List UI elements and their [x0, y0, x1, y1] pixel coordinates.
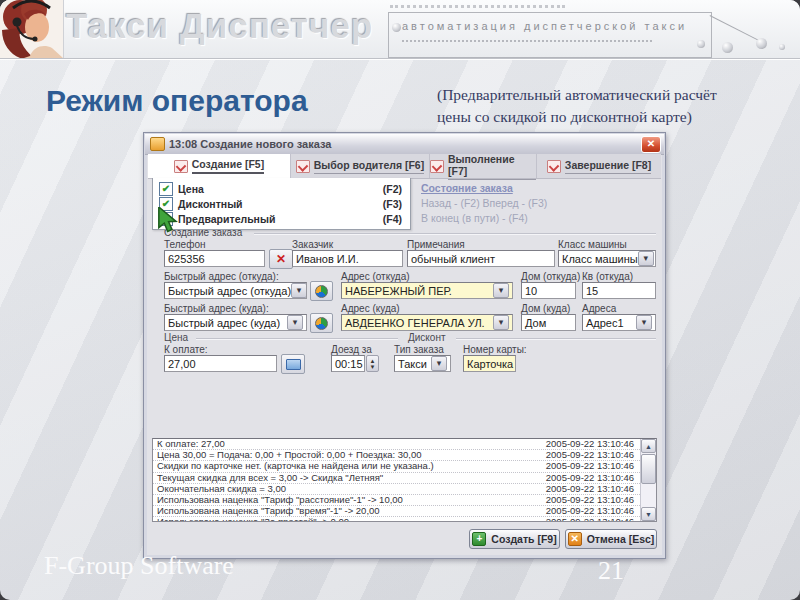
scrollbar-thumb[interactable] [641, 454, 656, 484]
create-button[interactable]: + Создать [F9] [469, 529, 560, 549]
subtitle-line1: (Предварительный автоматический расчёт [437, 86, 717, 103]
dialog-titlebar[interactable]: 13:08 Создание нового заказа ✕ [145, 134, 664, 155]
cancel-button[interactable]: ✕ Отмена [Esc] [565, 529, 657, 549]
group-separator [456, 338, 656, 339]
arrival-input[interactable]: 00:15 [331, 355, 365, 372]
house-from-value: 10 [525, 285, 537, 297]
log-time: 2005-09-22 13:10:46 [546, 461, 652, 471]
chevron-down-icon[interactable] [638, 251, 654, 266]
order-state-block: Состояние заказа Назад - (F2) Вперед - (… [421, 182, 651, 224]
quick-to-label: Быстрый адрес (куда): [164, 303, 269, 314]
apt-from-input[interactable]: 15 [582, 282, 656, 299]
addr-to-select[interactable]: АВДЕЕНКО ГЕНЕРАЛА УЛ. [341, 314, 513, 331]
order-type-value: Такси [398, 358, 427, 370]
log-time: 2005-09-22 13:10:46 [546, 473, 652, 483]
chevron-down-icon[interactable] [291, 283, 307, 298]
bead-decoration [697, 40, 705, 48]
addr-to-label: Адрес (куда) [341, 303, 400, 314]
quick-from-label: Быстрый адрес (откуда): [164, 271, 279, 282]
tagline-panel [388, 12, 712, 58]
log-scrollbar[interactable]: ▲ ▼ [640, 439, 656, 521]
payment-value: 27,00 [168, 358, 196, 370]
option-price[interactable]: ✔ Цена (F2) [159, 181, 402, 196]
scroll-down-icon[interactable]: ▼ [641, 507, 656, 521]
notes-input[interactable]: обычный клиент [407, 250, 555, 267]
order-state-link[interactable]: Состояние заказа [421, 182, 651, 194]
chevron-down-icon[interactable] [431, 356, 447, 371]
customer-input[interactable]: Иванов И.И. [292, 250, 403, 267]
group-separator [254, 233, 656, 234]
red-x-icon: ✕ [276, 253, 286, 265]
clear-phone-button[interactable]: ✕ [269, 249, 293, 269]
arrival-value: 00:15 [335, 358, 363, 370]
log-text: К оплате: 27,00 [157, 439, 225, 449]
tab-label: Выполнение [F7] [448, 153, 536, 180]
dotted-line-decoration [402, 40, 652, 42]
option-preliminary[interactable]: Предварительный (F4) [159, 211, 402, 226]
addr-from-label: Адрес (откуда) [341, 271, 410, 282]
log-text: Цена 30,00 = Подача: 0,00 + Простой: 0,0… [157, 450, 422, 460]
slide-subtitle: (Предварительный автоматический расчёт ц… [437, 84, 787, 129]
quick-to-select[interactable]: Быстрый адрес (куда) [164, 314, 307, 331]
log-time: 2005-09-22 13:10:46 [546, 450, 652, 460]
log-text: Использована наценка "За простой" -> 0,0… [157, 517, 349, 522]
payment-input[interactable]: 27,00 [164, 355, 277, 372]
customer-value: Иванов И.И. [296, 253, 359, 265]
map-lookup-button[interactable] [310, 313, 333, 333]
card-number-value: Карточка [467, 358, 513, 370]
chevron-down-icon[interactable] [636, 315, 652, 330]
spin-down-icon: ▼ [370, 364, 376, 370]
diagonal-line-decoration [710, 15, 760, 41]
notes-value: обычный клиент [411, 253, 495, 265]
calculation-log[interactable]: К оплате: 27,002005-09-22 13:10:46 Цена … [152, 438, 657, 522]
globe-icon [315, 285, 328, 298]
chevron-down-icon[interactable] [287, 315, 303, 330]
log-text: Скидки по карточке нет. (карточка не най… [157, 461, 434, 471]
quick-from-select[interactable]: Быстрый адрес (откуда) [164, 282, 307, 299]
tab-label: Создание [F5] [192, 158, 264, 174]
order-type-select[interactable]: Такси [394, 355, 451, 372]
car-class-select[interactable]: Класс машины [558, 250, 656, 267]
globe-icon [315, 317, 328, 330]
chevron-down-icon[interactable] [493, 283, 509, 298]
map-lookup-button[interactable] [310, 281, 333, 301]
addresses-select[interactable]: Адрес1 [582, 314, 656, 331]
footer-brand: F-Group Software [44, 551, 234, 581]
log-text: Использована наценка "Тариф "время"-1" -… [157, 506, 380, 516]
tagline-text: автоматизация диспетчерской такси [402, 20, 687, 32]
addr-from-select[interactable]: НАБЕРЕЖНЫЙ ПЕР. [341, 282, 513, 299]
bead-decoration [756, 38, 767, 49]
tab-driver-selection[interactable]: Выбор водителя [F6] [291, 154, 430, 178]
notes-label: Примечания [407, 239, 465, 250]
phone-input[interactable]: 625356 [164, 250, 265, 267]
group-separator [196, 338, 398, 339]
addr-to-value: АВДЕЕНКО ГЕНЕРАЛА УЛ. [345, 317, 485, 329]
house-from-input[interactable]: 10 [521, 282, 576, 299]
scroll-up-icon[interactable]: ▲ [641, 439, 656, 453]
dialog-title: 13:08 Создание нового заказа [169, 138, 331, 150]
option-label: Предварительный [178, 213, 275, 225]
apt-from-value: 15 [586, 285, 598, 297]
card-number-input[interactable]: Карточка [463, 355, 516, 372]
taxi-app-icon [150, 137, 165, 151]
tab-creation[interactable]: Создание [F5] [148, 154, 291, 178]
log-text: Использована наценка "Тариф "расстояние"… [157, 495, 403, 505]
order-options-panel: ✔ Цена (F2) ✔ Дисконтный (F3) Предварите… [152, 178, 411, 230]
subtitle-line2: цены со скидкой по дисконтной карте) [437, 108, 692, 125]
chevron-down-icon[interactable] [493, 315, 509, 330]
tab-completion[interactable]: Завершение [F8] [537, 154, 661, 178]
log-text: Текущая скидка для всех = 3,00 -> Скидка… [157, 473, 383, 483]
bead-decoration [779, 44, 785, 50]
calculator-button[interactable] [281, 354, 305, 374]
order-form-icon [174, 160, 188, 173]
option-discount[interactable]: ✔ Дисконтный (F3) [159, 196, 402, 211]
time-spinner[interactable]: ▲▼ [366, 355, 379, 372]
tab-execution[interactable]: Выполнение [F7] [430, 154, 537, 178]
zigzag-decoration [390, 5, 565, 8]
calculator-icon [286, 359, 301, 370]
plus-icon: + [472, 532, 486, 546]
close-button[interactable]: ✕ [641, 136, 661, 153]
house-to-input[interactable]: Дом [521, 314, 576, 331]
log-text: Окончательная скидка = 3,00 [157, 484, 286, 494]
checkbox-price[interactable]: ✔ [159, 182, 173, 196]
